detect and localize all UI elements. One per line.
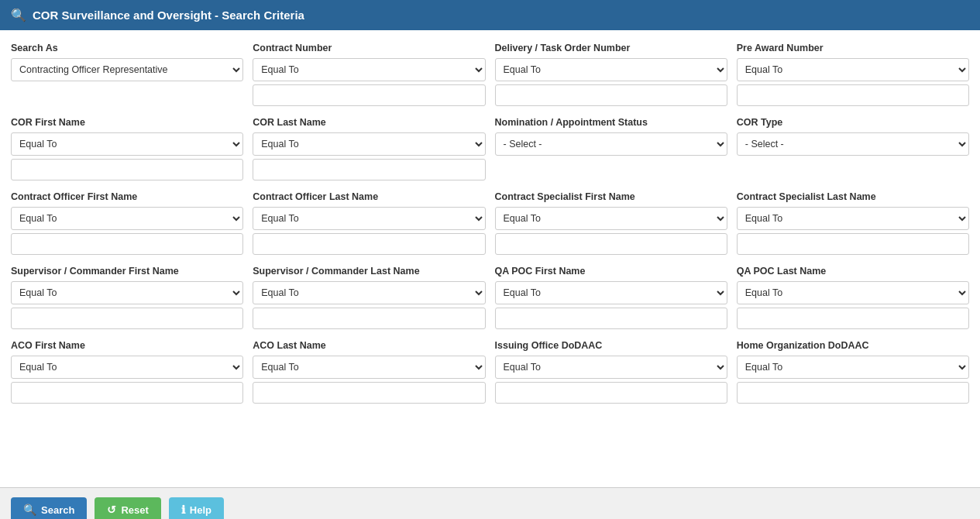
page-title: COR Surveillance and Oversight - Search … [33,9,304,22]
label-issuing-office-dodaac: Issuing Office DoDAAC [495,340,727,351]
label-qa-poc-last-name: QA POC Last Name [737,266,969,277]
input-cor-last-name[interactable] [253,159,485,180]
select-search-as[interactable]: Contracting Officer Representative [11,58,243,81]
input-supervisor-last-name[interactable] [253,308,485,329]
select-issuing-office-dodaac-op[interactable]: Equal ToContainsStarts With [495,356,727,379]
select-aco-first-name-op[interactable]: Equal ToContainsStarts With [11,356,243,379]
select-contract-officer-last-name-op[interactable]: Equal ToContainsStarts With [253,207,485,230]
input-aco-last-name[interactable] [253,382,485,404]
field-contract-specialist-last-name: Contract Specialist Last Name Equal ToCo… [737,191,969,255]
label-contract-specialist-first-name: Contract Specialist First Name [495,191,727,202]
input-home-org-dodaac[interactable] [737,382,969,404]
field-supervisor-last-name: Supervisor / Commander Last Name Equal T… [253,266,485,329]
label-search-as: Search As [11,43,243,53]
reset-button-label: Reset [121,504,148,516]
main-content: Search As Contracting Officer Representa… [0,30,980,487]
field-contract-number: Contract Number Equal ToContainsStarts W… [253,43,485,106]
field-cor-last-name: COR Last Name Equal ToContainsStarts Wit… [253,117,485,180]
select-supervisor-last-name-op[interactable]: Equal ToContainsStarts With [253,281,485,304]
field-contract-officer-last-name: Contract Officer Last Name Equal ToConta… [253,191,485,255]
reset-btn-icon: ↺ [107,504,116,516]
label-qa-poc-first-name: QA POC First Name [495,266,727,277]
input-contract-specialist-first-name[interactable] [495,233,727,255]
search-button[interactable]: 🔍 Search [11,497,87,519]
field-aco-last-name: ACO Last Name Equal ToContainsStarts Wit… [253,340,485,404]
select-delivery-task-order-op[interactable]: Equal ToContainsStarts With [495,58,727,81]
input-aco-first-name[interactable] [11,382,243,404]
footer: 🔍 Search ↺ Reset ℹ Help [0,487,980,519]
field-qa-poc-last-name: QA POC Last Name Equal ToContainsStarts … [737,266,969,329]
select-nomination-status[interactable]: - Select -NominatedAppointedTerminated [495,132,727,156]
reset-button[interactable]: ↺ Reset [95,497,160,519]
label-contract-number: Contract Number [253,43,485,53]
label-pre-award-number: Pre Award Number [737,43,969,53]
select-pre-award-number-op[interactable]: Equal ToContainsStarts With [737,58,969,81]
select-supervisor-first-name-op[interactable]: Equal ToContainsStarts With [11,281,243,304]
label-contract-specialist-last-name: Contract Specialist Last Name [737,191,969,202]
select-contract-specialist-last-name-op[interactable]: Equal ToContainsStarts With [737,207,969,230]
label-supervisor-first-name: Supervisor / Commander First Name [11,266,243,277]
label-home-org-dodaac: Home Organization DoDAAC [737,340,969,351]
field-pre-award-number: Pre Award Number Equal ToContainsStarts … [737,43,969,106]
field-nomination-status: Nomination / Appointment Status - Select… [495,117,727,180]
label-contract-officer-first-name: Contract Officer First Name [11,191,243,202]
label-cor-first-name: COR First Name [11,117,243,128]
select-cor-last-name-op[interactable]: Equal ToContainsStarts With [253,132,485,156]
field-cor-type: COR Type - Select -COR ICOR IICOR III [737,117,969,180]
field-aco-first-name: ACO First Name Equal ToContainsStarts Wi… [11,340,243,404]
input-contract-officer-first-name[interactable] [11,233,243,255]
label-supervisor-last-name: Supervisor / Commander Last Name [253,266,485,277]
input-qa-poc-first-name[interactable] [495,308,727,329]
input-supervisor-first-name[interactable] [11,308,243,329]
field-qa-poc-first-name: QA POC First Name Equal ToContainsStarts… [495,266,727,329]
field-cor-first-name: COR First Name Equal ToContainsStarts Wi… [11,117,243,180]
select-cor-first-name-op[interactable]: Equal ToContainsStarts With [11,132,243,156]
input-cor-first-name[interactable] [11,159,243,180]
help-button-label: Help [190,504,211,516]
field-search-as: Search As Contracting Officer Representa… [11,43,243,106]
help-btn-icon: ℹ [181,504,185,516]
select-contract-number-op[interactable]: Equal ToContainsStarts With [253,58,485,81]
search-button-label: Search [41,504,74,516]
form-grid: Search As Contracting Officer Representa… [11,43,969,404]
label-aco-last-name: ACO Last Name [253,340,485,351]
field-home-org-dodaac: Home Organization DoDAAC Equal ToContain… [737,340,969,404]
label-delivery-task-order: Delivery / Task Order Number [495,43,727,53]
help-button[interactable]: ℹ Help [169,497,224,519]
label-aco-first-name: ACO First Name [11,340,243,351]
label-contract-officer-last-name: Contract Officer Last Name [253,191,485,202]
field-contract-specialist-first-name: Contract Specialist First Name Equal ToC… [495,191,727,255]
label-cor-last-name: COR Last Name [253,117,485,128]
label-cor-type: COR Type [737,117,969,128]
select-contract-specialist-first-name-op[interactable]: Equal ToContainsStarts With [495,207,727,230]
input-contract-number[interactable] [253,84,485,106]
select-aco-last-name-op[interactable]: Equal ToContainsStarts With [253,356,485,379]
select-cor-type[interactable]: - Select -COR ICOR IICOR III [737,132,969,156]
input-contract-officer-last-name[interactable] [253,233,485,255]
input-qa-poc-last-name[interactable] [737,308,969,329]
field-issuing-office-dodaac: Issuing Office DoDAAC Equal ToContainsSt… [495,340,727,404]
field-delivery-task-order: Delivery / Task Order Number Equal ToCon… [495,43,727,106]
search-icon: 🔍 [11,8,26,22]
select-qa-poc-first-name-op[interactable]: Equal ToContainsStarts With [495,281,727,304]
input-delivery-task-order[interactable] [495,84,727,106]
input-issuing-office-dodaac[interactable] [495,382,727,404]
search-btn-icon: 🔍 [23,504,36,516]
label-nomination-status: Nomination / Appointment Status [495,117,727,128]
select-qa-poc-last-name-op[interactable]: Equal ToContainsStarts With [737,281,969,304]
select-contract-officer-first-name-op[interactable]: Equal ToContainsStarts With [11,207,243,230]
field-supervisor-first-name: Supervisor / Commander First Name Equal … [11,266,243,329]
page-header: 🔍 COR Surveillance and Oversight - Searc… [0,0,980,30]
input-pre-award-number[interactable] [737,84,969,106]
select-home-org-dodaac-op[interactable]: Equal ToContainsStarts With [737,356,969,379]
input-contract-specialist-last-name[interactable] [737,233,969,255]
field-contract-officer-first-name: Contract Officer First Name Equal ToCont… [11,191,243,255]
